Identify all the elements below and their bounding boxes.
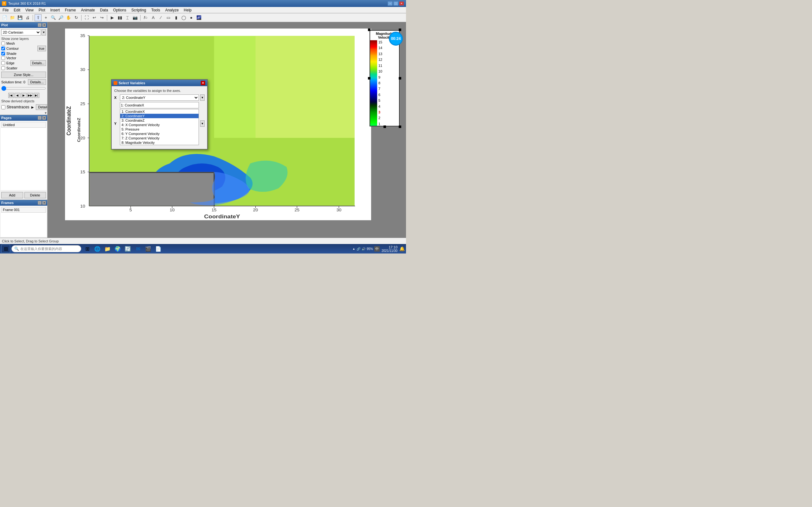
mesh-checkbox[interactable]	[1, 42, 5, 45]
menu-options[interactable]: Options	[111, 7, 129, 13]
rect-btn[interactable]: ▭	[165, 14, 172, 21]
dialog-x-arrow[interactable]: ▼	[200, 95, 205, 101]
solution-details-btn[interactable]: Details...	[28, 79, 46, 85]
handle-bm[interactable]	[384, 125, 386, 128]
image-btn[interactable]: 📷	[132, 14, 139, 21]
play-forward-btn[interactable]: ▶	[21, 93, 27, 98]
undo-btn[interactable]: ↩	[91, 14, 98, 21]
shade-checkbox[interactable]	[1, 52, 5, 55]
tray-expand[interactable]: ▲	[352, 247, 355, 250]
plot-panel-close[interactable]: ✕	[42, 23, 46, 27]
taskbar-taskview[interactable]: ⊞	[83, 245, 92, 253]
menu-animate[interactable]: Animate	[78, 7, 97, 13]
text-btn[interactable]: A	[150, 14, 157, 21]
streamtraces-checkbox[interactable]	[1, 105, 5, 109]
edge-checkbox[interactable]	[1, 61, 5, 65]
export-btn[interactable]: ⌶	[124, 14, 131, 21]
maximize-btn[interactable]: □	[393, 1, 398, 6]
close-btn[interactable]: ✕	[399, 1, 404, 6]
pages-add-btn[interactable]: Add	[1, 192, 23, 199]
menu-data[interactable]: Data	[97, 7, 110, 13]
pages-delete-btn[interactable]: Delete	[24, 192, 46, 199]
menu-file[interactable]: File	[0, 7, 11, 13]
fast-forward-btn[interactable]: ▶▶	[27, 93, 33, 98]
line-btn[interactable]: ∕	[157, 14, 164, 21]
end-btn[interactable]: ▶|	[34, 93, 39, 98]
step-back-btn[interactable]: ◀	[14, 93, 20, 98]
rewind-btn[interactable]: |◀	[8, 93, 14, 98]
handle-ml[interactable]	[368, 77, 370, 79]
probe-btn[interactable]: ⌖	[42, 14, 49, 21]
contour-checkbox[interactable]	[1, 47, 5, 50]
page-untitled[interactable]: Untitled	[1, 122, 46, 128]
frames-panel-controls[interactable]: ○ ✕	[38, 201, 46, 205]
taskbar-mail[interactable]: ✉	[133, 245, 143, 253]
zoom-out-btn[interactable]: 🔎	[57, 14, 64, 21]
plot-panel-controls[interactable]: ○ ✕	[38, 23, 46, 27]
notifications-btn[interactable]: 🔔	[399, 246, 405, 251]
list-item-6[interactable]: 6: Y Component Velocity	[120, 131, 199, 136]
plot-type-arrow[interactable]: ▼	[42, 29, 46, 36]
frames-pin[interactable]: ○	[38, 201, 42, 205]
rotate-btn[interactable]: ↻	[72, 14, 80, 21]
print-btn[interactable]: 🖨	[24, 14, 31, 21]
menu-analyze[interactable]: Analyze	[163, 7, 182, 13]
list-item-1[interactable]: 1: CoordinateX	[120, 109, 199, 114]
plot-type-dropdown[interactable]: 2D Cartesian 3D Cartesian Polar Line	[1, 29, 41, 36]
dialog-close-btn[interactable]: ✕	[201, 81, 205, 85]
pan-btn[interactable]: ✋	[65, 14, 72, 21]
new-btn[interactable]: 📄	[1, 14, 8, 21]
plot-panel-pin[interactable]: ○	[38, 23, 42, 27]
list-item-4[interactable]: 4: X Component Velocity	[120, 123, 199, 127]
edge-details-btn[interactable]: Details...	[31, 60, 46, 66]
menu-edit[interactable]: Edit	[11, 7, 23, 13]
ellipse-btn[interactable]: ◯	[180, 14, 187, 21]
list-item-8[interactable]: 8: Magnitude Velocity	[120, 140, 199, 145]
taskbar-ie[interactable]: 🌍	[113, 245, 122, 253]
taskbar-time[interactable]: 17:10 2021/11/30	[382, 245, 397, 252]
menu-frame[interactable]: Frame	[62, 7, 79, 13]
menu-help[interactable]: Help	[181, 7, 194, 13]
menu-scripting[interactable]: Scripting	[129, 7, 149, 13]
dialog-y-value[interactable]: 1: CoordinateX	[120, 102, 199, 108]
zoom-in-btn[interactable]: 🔍	[50, 14, 57, 21]
tray-volume[interactable]: 🔊	[362, 247, 365, 250]
dialog-x-dropdown[interactable]: 2: CoordinateY 1: CoordinateX 3: Coordin…	[120, 95, 199, 101]
menu-tools[interactable]: Tools	[149, 7, 163, 13]
fill-rect-btn[interactable]: ▮	[172, 14, 180, 21]
menu-insert[interactable]: Insert	[48, 7, 62, 13]
list-item-3[interactable]: 3: CoordinateZ	[120, 118, 199, 123]
zone-style-btn[interactable]: Zone Style...	[1, 72, 46, 78]
start-button[interactable]: ⊞	[1, 245, 10, 253]
contour-details-btn[interactable]: true	[38, 46, 46, 51]
handle-mr[interactable]	[399, 77, 401, 79]
streamtraces-icon[interactable]: ►	[31, 105, 35, 110]
tray-lang[interactable]: 中	[374, 246, 380, 251]
handle-br[interactable]	[399, 125, 401, 128]
list-item-5[interactable]: 5: Pressure	[120, 127, 199, 131]
menu-view[interactable]: View	[23, 7, 36, 13]
save-btn[interactable]: 💾	[16, 14, 23, 21]
play-btn[interactable]: ▶	[109, 14, 116, 21]
menu-plot[interactable]: Plot	[36, 7, 48, 13]
taskbar-media[interactable]: 🎬	[143, 245, 153, 253]
open-btn[interactable]: 📁	[9, 14, 16, 21]
taskbar-explorer[interactable]: 📁	[103, 245, 112, 253]
pages-close[interactable]: ✕	[42, 116, 46, 120]
scatter-checkbox[interactable]	[1, 66, 5, 70]
scroll-down-arrow[interactable]: ▼	[44, 111, 47, 115]
streamtraces-details-btn[interactable]: Details...	[36, 104, 48, 110]
pages-pin[interactable]: ○	[38, 116, 42, 120]
search-bar[interactable]: 🔍	[11, 245, 81, 252]
minimize-btn[interactable]: −	[388, 1, 393, 6]
frames-close[interactable]: ✕	[42, 201, 46, 205]
pages-panel-controls[interactable]: ○ ✕	[38, 116, 46, 120]
stop-btn[interactable]: ▮▮	[116, 14, 123, 21]
fit-btn[interactable]: ⛶	[83, 14, 90, 21]
taskbar-app2[interactable]: 🔄	[123, 245, 133, 253]
frame-001[interactable]: Frame 001	[1, 207, 46, 213]
time-slider[interactable]	[1, 86, 46, 91]
dialog-y-arrow[interactable]: ▼	[200, 120, 205, 127]
redo-btn[interactable]: ↪	[98, 14, 105, 21]
titlebar-controls[interactable]: − □ ✕	[388, 1, 404, 6]
